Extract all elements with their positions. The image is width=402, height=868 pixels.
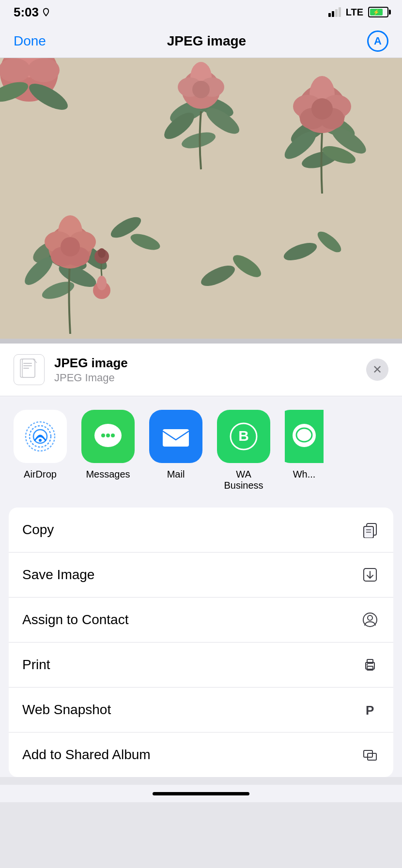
print-label: Print [22,657,50,673]
airdrop-icon [14,410,67,463]
wa-business-label: WA Business [217,469,270,491]
action-copy[interactable]: Copy [9,508,393,553]
airdrop-svg [23,419,57,453]
file-name: JPEG image [54,356,356,371]
add-shared-album-icon [360,745,380,764]
file-icon [14,354,45,385]
signal-bar-4 [339,7,341,17]
apps-row: AirDrop Messages [0,410,402,491]
image-preview [0,58,402,339]
app-mail[interactable]: Mail [149,410,202,491]
home-bar [153,792,249,795]
svg-rect-58 [23,368,29,369]
home-indicator [0,785,402,802]
add-shared-album-label: Add to Shared Album [22,747,151,763]
messages-label: Messages [86,469,130,480]
mail-label: Mail [167,469,185,480]
signal-bar-1 [328,13,331,17]
copy-label: Copy [22,522,54,538]
jpeg-file-icon [19,358,39,381]
save-image-label: Save Image [22,567,94,583]
floral-image [0,58,402,339]
svg-point-67 [111,434,115,437]
svg-rect-57 [23,365,32,366]
status-time: 5:03 [14,5,50,20]
signal-bar-3 [335,9,338,17]
assign-contact-label: Assign to Contact [22,612,128,628]
svg-point-65 [101,434,105,437]
nav-bar: Done JPEG image A [0,24,402,58]
lte-label: LTE [346,7,363,18]
file-info: JPEG image JPEG Image [54,356,356,384]
copy-icon [360,520,380,539]
whatsapp-svg [287,419,321,453]
action-list: Copy Save Image [9,508,393,777]
action-add-shared-album[interactable]: Add to Shared Album [9,733,393,777]
app-messages[interactable]: Messages [81,410,135,491]
app-airdrop[interactable]: AirDrop [14,410,67,491]
save-image-icon [360,565,380,584]
web-snapshot-label: Web Snapshot [22,702,111,718]
web-snapshot-icon: P [360,700,380,719]
status-right: LTE ⚡ [328,7,388,18]
airdrop-label: AirDrop [24,469,57,480]
whatsapp-icon [285,410,324,463]
app-wa-business[interactable]: B WA Business [217,410,270,491]
print-icon [360,655,380,674]
svg-point-62 [39,439,42,442]
signal-bar-2 [332,11,334,17]
svg-rect-53 [0,58,402,339]
messages-icon [81,410,135,463]
done-button[interactable]: Done [14,33,46,49]
assign-contact-icon [360,610,380,629]
sheet-separator [0,339,402,344]
messages-svg [91,419,125,453]
mail-icon [149,410,202,463]
svg-text:P: P [366,703,374,718]
svg-point-80 [368,615,372,620]
close-icon: ✕ [372,364,382,375]
app-whatsapp[interactable]: Wh... [285,410,324,491]
nav-title: JPEG image [167,33,246,49]
location-icon [42,8,50,16]
share-header: JPEG image JPEG Image ✕ [0,344,402,396]
action-assign-contact[interactable]: Assign to Contact [9,598,393,643]
action-web-snapshot[interactable]: Web Snapshot P [9,688,393,733]
wa-business-icon: B [217,410,270,463]
signal-bars [328,7,341,17]
svg-rect-56 [23,363,32,364]
svg-text:B: B [238,428,249,444]
battery-fill: ⚡ [370,9,383,15]
svg-rect-68 [163,429,189,447]
battery: ⚡ [368,7,388,17]
close-button[interactable]: ✕ [366,359,388,381]
action-print[interactable]: Print [9,643,393,688]
time-label: 5:03 [14,5,39,20]
mail-svg [159,419,193,453]
svg-point-84 [367,664,368,666]
svg-point-66 [106,434,110,437]
nav-icon-button[interactable]: A [367,30,388,52]
nav-icon-label: A [374,35,382,47]
whatsapp-label: Wh... [293,469,316,480]
battery-bolt: ⚡ [373,9,380,15]
share-sheet: JPEG image JPEG Image ✕ [0,344,402,777]
wa-business-svg: B [227,419,261,453]
action-save-image[interactable]: Save Image [9,553,393,598]
file-type: JPEG Image [54,372,356,384]
status-bar: 5:03 LTE ⚡ [0,0,402,24]
apps-row-container: AirDrop Messages [0,396,402,500]
